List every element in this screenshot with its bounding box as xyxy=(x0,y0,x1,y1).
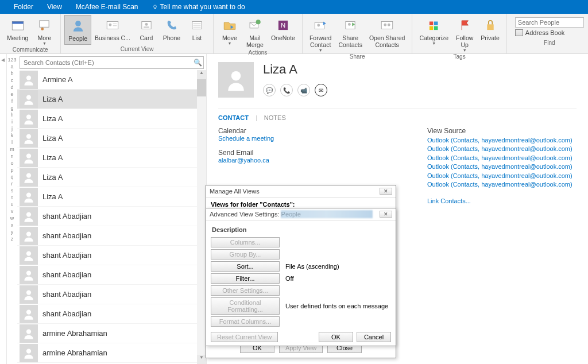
alpha-z[interactable]: z xyxy=(7,235,17,242)
contact-name-label: armine Abrahamian xyxy=(42,329,107,338)
share-contacts-button[interactable]: Share Contacts xyxy=(335,15,365,52)
adv-groupby-button[interactable]: Group By... xyxy=(211,249,280,260)
tab-notes[interactable]: NOTES xyxy=(264,114,286,121)
contact-row[interactable]: Liza A xyxy=(17,168,206,187)
viewsource-link[interactable]: Outlook (Contacts, hayavedmontreal@outlo… xyxy=(427,136,577,145)
adv-sort-button[interactable]: Sort... xyxy=(211,261,280,272)
categorize-button[interactable]: Categorize▼ xyxy=(416,15,452,52)
adv-columns-button[interactable]: Columns... xyxy=(211,237,280,247)
email-icon[interactable]: ✉ xyxy=(315,84,327,96)
forward-contact-button[interactable]: Forward Contact▼ xyxy=(306,15,335,52)
svg-point-46 xyxy=(26,309,31,314)
contact-row[interactable]: Liza A xyxy=(17,129,206,148)
adv-other-button[interactable]: Other Settings... xyxy=(211,285,280,296)
view-card-button[interactable]: Card xyxy=(134,15,159,45)
avatar-icon xyxy=(20,227,38,245)
alpha-r[interactable]: r xyxy=(7,180,17,187)
alpha-b[interactable]: b xyxy=(7,70,17,77)
alpha-f[interactable]: f xyxy=(7,98,17,104)
email-link[interactable]: alalbar@yahoo.ca xyxy=(218,157,274,164)
contact-row[interactable]: shant Abadjian xyxy=(17,226,206,246)
call-icon[interactable]: 📞 xyxy=(280,84,293,96)
alpha-t[interactable]: t xyxy=(7,194,17,201)
viewsource-link[interactable]: Outlook (Contacts, hayavedmontreal@outlo… xyxy=(427,162,577,171)
alpha-a[interactable]: a xyxy=(7,63,17,70)
alpha-j[interactable]: j xyxy=(7,125,17,132)
alpha-k[interactable]: k xyxy=(7,132,17,139)
viewsource-link[interactable]: Outlook (Contacts, hayavedmontreal@outlo… xyxy=(427,172,577,180)
onenote-button[interactable]: NOneNote xyxy=(268,15,299,48)
link-contacts-link[interactable]: Link Contacts... xyxy=(427,197,577,206)
schedule-meeting-link[interactable]: Schedule a meeting xyxy=(218,135,274,142)
manage-views-close-icon[interactable]: ✕ xyxy=(380,188,392,195)
adv-cancel-button[interactable]: Cancel xyxy=(357,332,391,342)
video-icon[interactable]: 📹 xyxy=(297,84,310,96)
view-business-button[interactable]: Business C... xyxy=(91,15,134,45)
scrollbar[interactable]: ▲▼ xyxy=(197,70,206,364)
alpha-l[interactable]: l xyxy=(7,139,17,146)
tab-contact[interactable]: CONTACT xyxy=(218,114,249,121)
alpha-w[interactable]: w xyxy=(7,215,17,222)
view-people-button[interactable]: People xyxy=(64,15,91,45)
move-button[interactable]: Move▼ xyxy=(217,15,242,48)
contact-row[interactable]: Liza A xyxy=(17,187,206,207)
meeting-button[interactable]: Meeting xyxy=(3,15,32,45)
search-contacts-input[interactable] xyxy=(20,59,192,66)
adv-cond-button[interactable]: Conditional Formatting... xyxy=(211,297,280,315)
view-list-button[interactable]: List xyxy=(184,15,210,45)
more-button[interactable]: More▼ xyxy=(32,15,57,45)
contact-row[interactable]: Liza A xyxy=(17,148,206,168)
alpha-s[interactable]: s xyxy=(7,187,17,194)
view-phone-button[interactable]: Phone xyxy=(159,15,184,45)
contact-row[interactable]: Liza A xyxy=(17,109,206,129)
contact-name-label: shant Abadjian xyxy=(42,270,91,279)
im-icon[interactable]: 💬 xyxy=(263,84,276,96)
advanced-view-close-icon[interactable]: ✕ xyxy=(380,211,392,218)
contact-row[interactable]: Liza A xyxy=(17,90,206,109)
alpha-o[interactable]: o xyxy=(7,160,17,166)
search-icon[interactable]: 🔍 xyxy=(192,59,203,67)
menu-folder[interactable]: Folder xyxy=(7,0,40,14)
search-people-input[interactable] xyxy=(515,17,584,28)
menu-view[interactable]: View xyxy=(40,0,69,14)
alpha-i[interactable]: i xyxy=(7,118,17,125)
contact-row[interactable]: shant Abadjian xyxy=(17,265,206,285)
alpha-e[interactable]: e xyxy=(7,91,17,98)
alpha-u[interactable]: u xyxy=(7,201,17,208)
adv-filter-button[interactable]: Filter... xyxy=(211,273,280,284)
contact-row[interactable]: armine Abrahamian xyxy=(17,343,206,363)
contact-row[interactable]: armine Abrahamian xyxy=(17,324,206,343)
alpha-123[interactable]: 123 xyxy=(7,56,17,63)
contact-row[interactable]: shant Abadjian xyxy=(17,304,206,324)
alpha-y[interactable]: y xyxy=(7,229,17,235)
adv-format-button[interactable]: Format Columns... xyxy=(211,316,280,327)
alpha-q[interactable]: q xyxy=(7,173,17,180)
alpha-m[interactable]: m xyxy=(7,146,17,153)
adv-ok-button[interactable]: OK xyxy=(319,332,353,342)
tell-me[interactable]: Tell me what you want to do xyxy=(145,0,252,14)
open-shared-button[interactable]: Open Shared Contacts xyxy=(366,15,408,52)
mailmerge-button[interactable]: Mail Merge xyxy=(242,15,268,48)
private-button[interactable]: Private xyxy=(477,15,503,52)
alpha-c[interactable]: c xyxy=(7,77,17,84)
alpha-x[interactable]: x xyxy=(7,222,17,229)
alpha-d[interactable]: d xyxy=(7,84,17,91)
contact-row[interactable]: Armine A xyxy=(17,70,206,90)
alpha-v[interactable]: v xyxy=(7,208,17,215)
alpha-g[interactable]: g xyxy=(7,104,17,111)
alpha-h[interactable]: h xyxy=(7,111,17,118)
contact-row[interactable]: shant Abadjian xyxy=(17,246,206,265)
alpha-n[interactable]: n xyxy=(7,153,17,160)
address-book-button[interactable]: Address Book xyxy=(515,29,584,36)
menu-mcafee[interactable]: McAfee E-mail Scan xyxy=(69,0,145,14)
contact-row[interactable]: shant Abadjian xyxy=(17,207,206,226)
viewsource-link[interactable]: Outlook (Contacts, hayavedmontreal@outlo… xyxy=(427,145,577,153)
followup-button[interactable]: Follow Up▼ xyxy=(452,15,477,52)
viewsource-link[interactable]: Outlook (Contacts, hayavedmontreal@outlo… xyxy=(427,154,577,162)
viewsource-link[interactable]: Outlook (Contacts, hayavedmontreal@outlo… xyxy=(427,180,577,189)
adv-reset-button[interactable]: Reset Current View xyxy=(211,332,278,342)
collapse-left-button[interactable] xyxy=(0,54,7,364)
avatar-icon xyxy=(20,305,38,323)
alpha-p[interactable]: p xyxy=(7,166,17,173)
contact-row[interactable]: shant Abadjian xyxy=(17,285,206,304)
